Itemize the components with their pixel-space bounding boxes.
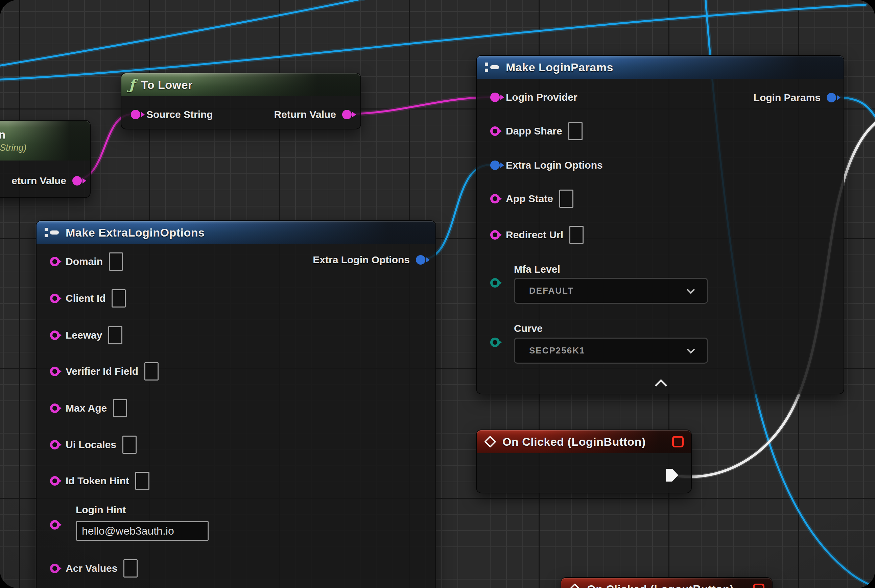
exec-output-pin[interactable] bbox=[665, 468, 679, 482]
chevron-down-icon bbox=[687, 346, 695, 354]
node-onclicked-loginbutton-title: On Clicked (LoginButton) bbox=[502, 435, 646, 448]
app-state-value-checkbox[interactable] bbox=[559, 190, 573, 208]
input-pin-source-string[interactable] bbox=[131, 110, 140, 119]
ui-locales-value-checkbox[interactable] bbox=[122, 436, 137, 454]
node-to-lower-title: To Lower bbox=[141, 78, 193, 92]
wire-tolower-to-loginprovider[interactable] bbox=[349, 98, 490, 114]
pin-row-login-provider: Login Provider bbox=[490, 92, 577, 103]
input-pin-verifier-id-field[interactable] bbox=[50, 367, 60, 376]
max-age-value-checkbox[interactable] bbox=[113, 399, 127, 417]
pin-label: Domain bbox=[66, 256, 103, 267]
pin-row-verifier-id-field: Verifier Id Field bbox=[50, 362, 159, 381]
mfa-level-label: Mfa Level bbox=[514, 264, 560, 275]
node-to-lower[interactable]: ƒ To Lower Source String Return Value bbox=[121, 73, 361, 129]
node-make-loginparams-title: Make LoginParams bbox=[506, 61, 613, 74]
pin-label: eturn Value bbox=[12, 175, 66, 186]
client-id-value-checkbox[interactable] bbox=[111, 289, 126, 308]
input-pin-ui-locales[interactable] bbox=[50, 440, 60, 450]
login-hint-input[interactable] bbox=[76, 521, 209, 541]
input-pin-curve[interactable] bbox=[490, 338, 500, 347]
pin-row-redirect-url: Redirect Url bbox=[490, 226, 583, 244]
output-pin-login-params[interactable] bbox=[827, 93, 836, 102]
pin-label: App State bbox=[506, 193, 553, 204]
node-partial-gettext[interactable]: tion ox (String) eturn Value bbox=[0, 120, 90, 198]
blueprint-graph-canvas[interactable]: tion ox (String) eturn Value ƒ To Lower … bbox=[0, 0, 875, 588]
node-onclicked-logoutbutton-title: On Clicked (LogoutButton) bbox=[587, 583, 734, 588]
node-partial-subtitle: ox (String) bbox=[0, 142, 27, 153]
id-token-hint-value-checkbox[interactable] bbox=[135, 472, 149, 490]
input-pin-login-provider[interactable] bbox=[490, 93, 500, 102]
input-pin-leeway[interactable] bbox=[50, 330, 60, 340]
input-pin-login-hint[interactable] bbox=[50, 520, 60, 530]
pin-row-client-id: Client Id bbox=[50, 289, 126, 308]
node-make-loginparams[interactable]: Make LoginParams Login Provider Dapp Sha… bbox=[476, 55, 844, 394]
curve-dropdown[interactable]: SECP256K1 bbox=[514, 338, 708, 364]
input-pin-redirect-url[interactable] bbox=[490, 230, 500, 240]
verifier-id-field-value-checkbox[interactable] bbox=[144, 362, 159, 381]
input-pin-acr-values[interactable] bbox=[50, 564, 60, 573]
pin-label: Max Age bbox=[66, 402, 107, 414]
input-pin-extra-login-options[interactable] bbox=[490, 160, 500, 170]
pin-label: Login Provider bbox=[506, 92, 577, 103]
pin-row-id-token-hint: Id Token Hint bbox=[50, 472, 149, 490]
node-partial-header[interactable]: tion ox (String) bbox=[0, 121, 90, 160]
pin-label: Verifier Id Field bbox=[66, 366, 138, 377]
node-make-loginparams-header[interactable]: Make LoginParams bbox=[477, 56, 843, 79]
pin-row-return-value-partial: eturn Value bbox=[12, 175, 82, 186]
input-pin-mfa-level[interactable] bbox=[490, 278, 500, 288]
wire-blue-diagonal-1[interactable] bbox=[0, 0, 376, 66]
pin-row-leeway: Leeway bbox=[50, 326, 122, 344]
collapse-node-caret[interactable] bbox=[655, 379, 668, 392]
leeway-value-checkbox[interactable] bbox=[108, 326, 122, 344]
output-pin-return-value[interactable] bbox=[342, 110, 352, 119]
node-make-extraloginoptions-header[interactable]: Make ExtraLoginOptions bbox=[36, 221, 436, 244]
make-struct-icon bbox=[484, 62, 500, 73]
output-pin-extra-login-options[interactable] bbox=[416, 255, 425, 265]
pin-label: Extra Login Options bbox=[506, 159, 603, 171]
input-pin-id-token-hint[interactable] bbox=[50, 476, 60, 486]
acr-values-value-checkbox[interactable] bbox=[123, 559, 138, 578]
domain-value-checkbox[interactable] bbox=[109, 252, 123, 271]
pin-row-login-params-out: Login Params bbox=[754, 92, 836, 104]
mfa-level-value: DEFAULT bbox=[529, 285, 574, 296]
pin-row-ui-locales: Ui Locales bbox=[50, 436, 137, 454]
make-struct-icon bbox=[44, 227, 60, 238]
pin-label: Return Value bbox=[274, 109, 336, 120]
pin-row-max-age: Max Age bbox=[50, 399, 127, 417]
login-hint-label: Login Hint bbox=[76, 504, 126, 516]
pin-label: Id Token Hint bbox=[66, 475, 129, 487]
node-partial-title: tion bbox=[0, 128, 5, 141]
dapp-share-value-checkbox[interactable] bbox=[568, 122, 583, 140]
chevron-down-icon bbox=[687, 286, 695, 294]
input-pin-app-state[interactable] bbox=[490, 194, 500, 203]
input-pin-dapp-share[interactable] bbox=[490, 126, 500, 136]
pin-row-return-value: Return Value bbox=[274, 109, 352, 120]
input-pin-max-age[interactable] bbox=[50, 404, 60, 413]
pin-label: Login Params bbox=[754, 92, 821, 104]
pin-label: Redirect Url bbox=[506, 229, 563, 241]
pin-label: Client Id bbox=[66, 292, 105, 304]
node-onclicked-logoutbutton[interactable]: On Clicked (LogoutButton) bbox=[561, 577, 773, 588]
pin-label: Extra Login Options bbox=[313, 254, 410, 266]
pin-label: Source String bbox=[146, 109, 213, 120]
output-pin-string[interactable] bbox=[72, 176, 82, 186]
event-binding-icon[interactable] bbox=[753, 584, 764, 588]
input-pin-domain[interactable] bbox=[50, 257, 60, 266]
event-diamond-icon bbox=[569, 583, 581, 588]
pin-row-acr-values: Acr Values bbox=[50, 559, 138, 578]
node-to-lower-header[interactable]: ƒ To Lower bbox=[121, 74, 361, 96]
node-make-extraloginoptions-title: Make ExtraLoginOptions bbox=[66, 226, 205, 239]
mfa-level-dropdown[interactable]: DEFAULT bbox=[514, 278, 708, 304]
node-onclicked-loginbutton-header[interactable]: On Clicked (LoginButton) bbox=[477, 430, 691, 453]
redirect-url-value-checkbox[interactable] bbox=[569, 226, 583, 244]
event-binding-icon[interactable] bbox=[672, 436, 684, 447]
pin-row-dapp-share: Dapp Share bbox=[490, 122, 583, 140]
curve-value: SECP256K1 bbox=[529, 345, 585, 356]
pin-label: Dapp Share bbox=[506, 125, 562, 137]
node-onclicked-loginbutton[interactable]: On Clicked (LoginButton) bbox=[476, 429, 692, 494]
node-make-extraloginoptions[interactable]: Make ExtraLoginOptions Domain Client Id … bbox=[36, 220, 436, 588]
node-onclicked-logoutbutton-header[interactable]: On Clicked (LogoutButton) bbox=[561, 578, 772, 588]
pin-row-extra-login-options-out: Extra Login Options bbox=[313, 254, 425, 266]
pin-row-source-string: Source String bbox=[131, 109, 213, 120]
input-pin-client-id[interactable] bbox=[50, 294, 60, 303]
